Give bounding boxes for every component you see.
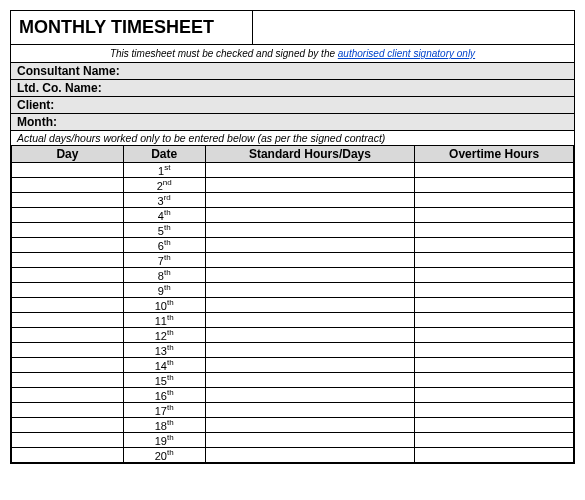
date-ordinal: th xyxy=(167,373,174,382)
cell-date: 13th xyxy=(123,343,205,358)
cell-standard-hours xyxy=(205,163,415,178)
date-number: 19 xyxy=(155,435,167,447)
cell-day xyxy=(12,373,124,388)
date-ordinal: th xyxy=(164,238,171,247)
entry-instructions: Actual days/hours worked only to be ente… xyxy=(11,131,574,145)
cell-overtime-hours xyxy=(415,313,574,328)
cell-standard-hours xyxy=(205,298,415,313)
cell-standard-hours xyxy=(205,448,415,463)
cell-standard-hours xyxy=(205,178,415,193)
cell-standard-hours xyxy=(205,418,415,433)
cell-standard-hours xyxy=(205,358,415,373)
cell-overtime-hours xyxy=(415,358,574,373)
table-row: 19th xyxy=(12,433,574,448)
cell-overtime-hours xyxy=(415,163,574,178)
table-row: 1st xyxy=(12,163,574,178)
table-header-row: Day Date Standard Hours/Days Overtime Ho… xyxy=(12,146,574,163)
cell-date: 1st xyxy=(123,163,205,178)
table-row: 20th xyxy=(12,448,574,463)
date-number: 10 xyxy=(155,300,167,312)
cell-date: 3rd xyxy=(123,193,205,208)
cell-day xyxy=(12,403,124,418)
date-number: 17 xyxy=(155,405,167,417)
date-ordinal: th xyxy=(167,358,174,367)
table-row: 9th xyxy=(12,283,574,298)
cell-overtime-hours xyxy=(415,403,574,418)
cell-standard-hours xyxy=(205,208,415,223)
cell-overtime-hours xyxy=(415,268,574,283)
cell-day xyxy=(12,208,124,223)
date-number: 15 xyxy=(155,375,167,387)
cell-day xyxy=(12,448,124,463)
cell-date: 4th xyxy=(123,208,205,223)
cell-day xyxy=(12,193,124,208)
cell-overtime-hours xyxy=(415,448,574,463)
cell-day xyxy=(12,163,124,178)
date-ordinal: nd xyxy=(163,178,172,187)
cell-day xyxy=(12,298,124,313)
cell-standard-hours xyxy=(205,238,415,253)
date-ordinal: th xyxy=(167,343,174,352)
cell-date: 20th xyxy=(123,448,205,463)
cell-day xyxy=(12,178,124,193)
cell-overtime-hours xyxy=(415,178,574,193)
date-ordinal: th xyxy=(167,418,174,427)
date-ordinal: th xyxy=(167,433,174,442)
date-number: 20 xyxy=(155,450,167,462)
cell-date: 6th xyxy=(123,238,205,253)
date-ordinal: th xyxy=(167,448,174,457)
cell-overtime-hours xyxy=(415,298,574,313)
cell-day xyxy=(12,418,124,433)
cell-day xyxy=(12,268,124,283)
cell-date: 5th xyxy=(123,223,205,238)
cell-date: 14th xyxy=(123,358,205,373)
table-row: 13th xyxy=(12,343,574,358)
header-overtime: Overtime Hours xyxy=(415,146,574,163)
cell-day xyxy=(12,223,124,238)
cell-standard-hours xyxy=(205,373,415,388)
header-date: Date xyxy=(123,146,205,163)
month-value xyxy=(161,114,574,130)
date-ordinal: th xyxy=(167,388,174,397)
date-number: 16 xyxy=(155,390,167,402)
cell-overtime-hours xyxy=(415,418,574,433)
date-ordinal: th xyxy=(167,328,174,337)
consultant-label: Consultant Name: xyxy=(11,63,161,79)
cell-date: 11th xyxy=(123,313,205,328)
cell-date: 16th xyxy=(123,388,205,403)
company-label: Ltd. Co. Name: xyxy=(11,80,161,96)
cell-overtime-hours xyxy=(415,373,574,388)
cell-standard-hours xyxy=(205,343,415,358)
table-row: 18th xyxy=(12,418,574,433)
date-ordinal: th xyxy=(164,253,171,262)
date-ordinal: th xyxy=(167,403,174,412)
cell-day xyxy=(12,253,124,268)
consultant-value xyxy=(161,63,574,79)
cell-standard-hours xyxy=(205,253,415,268)
company-value xyxy=(161,80,574,96)
date-number: 18 xyxy=(155,420,167,432)
cell-standard-hours xyxy=(205,403,415,418)
cell-day xyxy=(12,328,124,343)
date-number: 14 xyxy=(155,360,167,372)
cell-date: 7th xyxy=(123,253,205,268)
cell-date: 8th xyxy=(123,268,205,283)
table-row: 7th xyxy=(12,253,574,268)
table-row: 10th xyxy=(12,298,574,313)
company-row: Ltd. Co. Name: xyxy=(11,80,574,97)
cell-standard-hours xyxy=(205,433,415,448)
client-row: Client: xyxy=(11,97,574,114)
cell-standard-hours xyxy=(205,268,415,283)
signing-notice: This timesheet must be checked and signe… xyxy=(11,45,574,63)
cell-standard-hours xyxy=(205,388,415,403)
notice-link: authorised client signatory only xyxy=(338,48,475,59)
table-row: 8th xyxy=(12,268,574,283)
month-row: Month: xyxy=(11,114,574,131)
cell-date: 10th xyxy=(123,298,205,313)
cell-overtime-hours xyxy=(415,253,574,268)
cell-date: 19th xyxy=(123,433,205,448)
notice-text: This timesheet must be checked and signe… xyxy=(110,48,338,59)
cell-standard-hours xyxy=(205,223,415,238)
header-day: Day xyxy=(12,146,124,163)
cell-day xyxy=(12,358,124,373)
